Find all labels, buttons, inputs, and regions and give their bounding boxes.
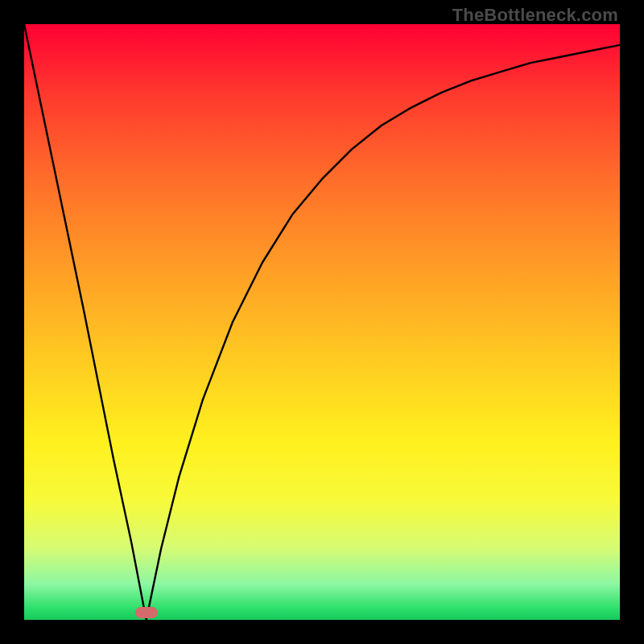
curve-svg [24,24,620,620]
watermark-label: TheBottleneck.com [452,5,618,26]
chart-frame: TheBottleneck.com [0,0,644,644]
optimal-marker [135,607,158,618]
plot-area [24,24,620,620]
bottleneck-curve [24,24,620,620]
